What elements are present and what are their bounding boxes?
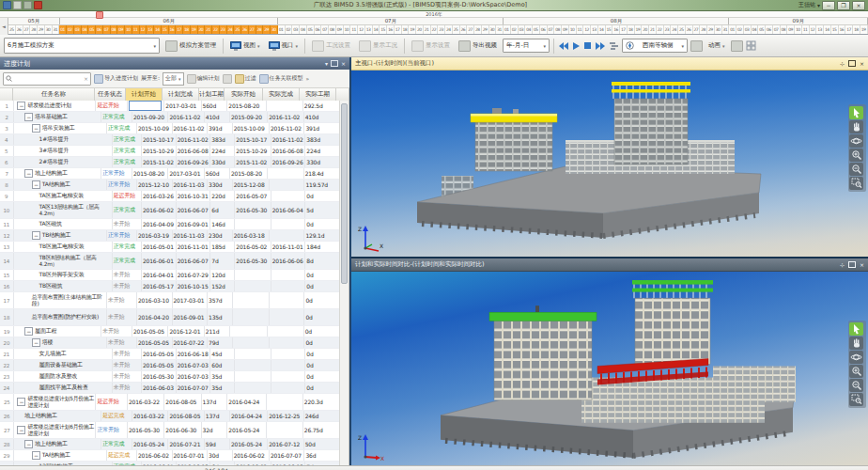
table-row[interactable]: 9TA区施工电梯安装延迟开始2016-03-262016-10-31220d20… — [0, 191, 340, 202]
table-row[interactable]: 7−地上结构施工正常开始2015-08-202017-03-01560d2015… — [0, 168, 340, 180]
actual-duration-cell[interactable]: 224d — [305, 146, 340, 156]
task-name-cell[interactable]: −地上结构施工 — [14, 168, 101, 179]
search-clear-icon[interactable]: × — [84, 75, 88, 82]
timeline-day-cell[interactable]: 05 — [533, 25, 540, 34]
actual-duration-cell[interactable]: 218.4d — [304, 168, 340, 179]
task-status-cell[interactable]: 正常完成 — [113, 202, 142, 218]
select-tool-icon[interactable] — [849, 106, 863, 119]
plan-finish-cell[interactable]: 2016-11-02 — [168, 112, 204, 122]
task-status-cell[interactable]: 未开始 — [113, 371, 142, 382]
plan-finish-cell[interactable]: 2016-07-01 — [173, 450, 209, 461]
timeline-day-cell[interactable]: 11 — [802, 25, 810, 34]
timeline-day-cell[interactable]: 11 — [350, 25, 358, 34]
task-name-cell[interactable]: TA区砌筑 — [14, 219, 113, 229]
timeline-day-cell[interactable]: 04 — [752, 25, 759, 34]
timeline-day-cell[interactable]: 12 — [358, 25, 365, 34]
timeline-day-cell[interactable]: 08 — [781, 25, 788, 34]
actual-duration-cell[interactable]: 36d — [304, 450, 340, 461]
task-name-cell[interactable]: −屋面工程 — [14, 326, 101, 337]
actual-start-cell[interactable] — [233, 337, 270, 348]
view-button[interactable]: 视图▾ — [227, 39, 263, 53]
task-status-cell[interactable]: 未开始 — [113, 219, 142, 229]
timeline-day-cell[interactable]: 06 — [315, 25, 322, 34]
actual-start-cell[interactable]: 2015-08-20 — [227, 101, 266, 111]
screenshot-icon[interactable] — [690, 40, 703, 52]
task-status-cell[interactable]: 未开始 — [107, 309, 137, 325]
plan-start-cell[interactable]: 2016-05-17 — [142, 281, 177, 291]
actual-duration-cell[interactable]: 0d — [305, 219, 340, 229]
actual-duration-cell[interactable]: 129.1d — [304, 230, 340, 241]
actual-start-cell[interactable] — [235, 281, 271, 291]
plan-start-cell[interactable]: 2016-05-05 — [137, 337, 173, 348]
grid-column-header[interactable]: 任务名称 — [13, 88, 95, 101]
actual-finish-cell[interactable] — [270, 230, 305, 241]
viewport-pin-icon[interactable]: ⊹ — [840, 261, 845, 268]
timeline-day-cell[interactable]: 01 — [59, 25, 67, 34]
grid-column-header[interactable]: 任务状态 — [95, 88, 126, 101]
actual-start-cell[interactable] — [235, 371, 271, 382]
task-status-cell[interactable]: 未开始 — [113, 270, 142, 280]
plan-start-cell[interactable]: 2015-12-10 — [137, 180, 173, 190]
task-status-cell[interactable]: 延迟开始 — [96, 101, 128, 111]
plan-finish-cell[interactable]: 2016-10-31 — [177, 191, 211, 201]
timeline-day-cell[interactable]: 27 — [23, 25, 31, 34]
timeline-day-cell[interactable]: 29 — [263, 25, 271, 34]
table-row[interactable]: 22屋面设备基础施工未开始2016-05-052016-07-0360d0d — [0, 360, 340, 371]
timeline-day-cell[interactable]: 04 — [525, 25, 533, 34]
pan-tool-icon[interactable] — [849, 120, 863, 133]
import-schedule-button[interactable]: 导入进度计划 — [94, 74, 138, 84]
plan-duration-cell[interactable]: 560d — [202, 101, 228, 111]
display-settings-button[interactable]: 显示设置 — [409, 39, 453, 54]
plan-duration-cell[interactable]: 79d — [208, 337, 233, 348]
timeline-day-cell[interactable]: 14 — [154, 25, 162, 34]
table-row[interactable]: 2−塔吊基础施工正常完成2015-09-202016-11-02410d2015… — [0, 112, 340, 123]
timeline-day-cell[interactable]: 21 — [205, 25, 212, 34]
timeline-day-cell[interactable]: 25 — [8, 25, 16, 34]
task-name-cell[interactable]: 1#塔吊提升 — [14, 134, 113, 145]
plan-duration-cell[interactable]: 211d — [205, 326, 230, 337]
timeline-day-cell[interactable]: 14 — [824, 25, 831, 34]
actual-finish-cell[interactable] — [271, 270, 306, 280]
row-number[interactable]: 6 — [0, 157, 14, 167]
timeline-day-cell[interactable]: 02 — [511, 25, 519, 34]
plan-start-cell[interactable]: 2016-04-09 — [142, 219, 177, 229]
row-number[interactable]: 4 — [0, 134, 14, 145]
task-name-cell[interactable]: −研发楼总进度计划6月份施工进度计划 — [14, 422, 96, 438]
task-name-cell[interactable]: 女儿墙施工 — [14, 349, 113, 359]
row-number[interactable]: 29 — [0, 450, 14, 461]
actual-finish-cell[interactable] — [271, 281, 306, 291]
fast-forward-button[interactable] — [595, 41, 606, 51]
row-number[interactable]: 10 — [0, 202, 14, 218]
plan-duration-cell[interactable]: 391d — [208, 123, 233, 133]
zoom-window-tool-icon[interactable] — [849, 393, 863, 406]
timeline-day-cell[interactable]: 03 — [74, 25, 82, 34]
actual-duration-cell[interactable]: 410d — [304, 112, 340, 122]
actual-finish-cell[interactable]: 2016-11-02 — [270, 123, 305, 133]
actual-start-cell[interactable]: 2016-05-30 — [235, 202, 271, 218]
grid-column-header[interactable]: 实际开始 — [225, 88, 263, 101]
selected-cell-editor[interactable] — [129, 101, 162, 111]
row-number[interactable]: 19 — [0, 326, 14, 337]
expand-to-select[interactable]: 全部▾ — [163, 72, 184, 86]
actual-start-cell[interactable]: 2016-05-07 — [235, 191, 271, 201]
search-box[interactable]: × — [3, 72, 91, 86]
timeline-day-cell[interactable]: 15 — [831, 25, 839, 34]
zoom-in-tool-icon[interactable] — [849, 149, 863, 162]
plan-finish-cell[interactable]: 2016-06-18 — [177, 349, 211, 359]
task-status-cell[interactable]: 延迟完成 — [107, 450, 137, 461]
expand-collapse-icon[interactable]: − — [17, 426, 25, 434]
timeline-day-cell[interactable]: 17 — [395, 25, 402, 34]
row-number[interactable]: 13 — [0, 242, 14, 252]
stop-button[interactable] — [583, 41, 592, 51]
table-row[interactable]: 21女儿墙施工未开始2016-05-052016-06-1845d0d — [0, 349, 340, 360]
timeline-day-cell[interactable]: 27 — [249, 25, 256, 34]
row-number[interactable]: 26 — [0, 411, 14, 421]
zoom-window-tool-icon[interactable] — [849, 177, 863, 190]
task-status-cell[interactable]: 正常开始 — [101, 168, 132, 179]
timeline-day-cell[interactable]: 07 — [548, 25, 555, 34]
table-row[interactable]: 17总平面布置图(主体结构施工阶段)未开始2016-03-102017-03-0… — [0, 292, 340, 309]
task-name-cell[interactable]: −塔吊基础施工 — [14, 112, 101, 122]
row-number[interactable]: 5 — [0, 146, 14, 156]
plan-duration-cell[interactable]: 120d — [210, 270, 235, 280]
actual-finish-cell[interactable] — [271, 371, 306, 382]
